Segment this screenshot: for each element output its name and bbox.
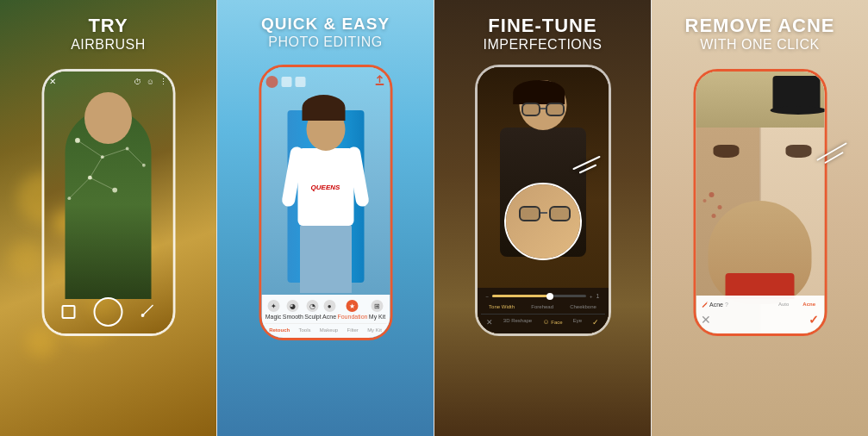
phone-inner-3: − + 1 Tone Width Forehead Cheekbone bbox=[478, 67, 609, 333]
tab-sculpt[interactable]: ◔ Sculpt bbox=[304, 300, 321, 320]
share-icon[interactable] bbox=[295, 77, 305, 87]
btn-tone-width[interactable]: Tone Width bbox=[489, 304, 515, 309]
face-icon[interactable]: ☺ bbox=[147, 78, 154, 86]
phone-inner-1: ✕ ⏱ ☺ ⋮ bbox=[44, 72, 172, 333]
option-acne[interactable]: Acne bbox=[799, 300, 819, 308]
svg-point-14 bbox=[141, 314, 145, 317]
x-button[interactable]: ✕ bbox=[486, 318, 493, 327]
panel-remove-acne: REMOVE ACNE WITH ONE CLICK bbox=[651, 0, 868, 436]
phone-inner-4: Acne ? Auto Acne ✕ ✓ bbox=[696, 72, 824, 333]
phone-inner-2: QUEENS bbox=[261, 67, 390, 338]
phone-2-top-bar bbox=[265, 72, 385, 92]
phone-bg-3: − + 1 Tone Width Forehead Cheekbone bbox=[478, 67, 609, 333]
panel-4-line1: REMOVE ACNE bbox=[665, 16, 854, 36]
close-icon[interactable]: ✕ bbox=[49, 77, 56, 86]
tab-list: ✦ Magic ◕ Smooth ◔ Sculpt ● bbox=[265, 300, 386, 320]
tab-my-kit[interactable]: ⊞ My Kit bbox=[369, 300, 385, 320]
slider-min: − bbox=[486, 294, 490, 299]
nav-eye[interactable]: Eye bbox=[573, 318, 582, 327]
tab-acne[interactable]: ● Acne bbox=[322, 300, 336, 320]
nav-makeup[interactable]: Makeup bbox=[320, 327, 338, 333]
btn-forehead[interactable]: Forehead bbox=[531, 304, 553, 309]
phone-frame-3: − + 1 Tone Width Forehead Cheekbone bbox=[475, 65, 611, 336]
kit-icon: ⊞ bbox=[372, 300, 384, 312]
nav-tools[interactable]: Tools bbox=[298, 327, 310, 333]
slider-max: + bbox=[590, 294, 593, 299]
acne-icon: ● bbox=[323, 300, 335, 312]
confirm-button[interactable]: ✓ bbox=[592, 318, 599, 327]
adjustment-buttons: Tone Width Forehead Cheekbone bbox=[481, 304, 605, 309]
cancel-button[interactable]: ✕ bbox=[701, 313, 711, 327]
phone-3-nav: ✕ 3D Reshape ☺ Face Eye ✓ bbox=[481, 314, 605, 327]
panel-2-line1: QUICK & EASY bbox=[231, 16, 420, 34]
phone-2-bottom-toolbar: ✦ Magic ◕ Smooth ◔ Sculpt ● bbox=[261, 295, 390, 338]
phone-4-bottom-toolbar: Acne ? Auto Acne ✕ ✓ bbox=[696, 296, 824, 333]
nav-filter[interactable]: Filter bbox=[347, 327, 358, 333]
upload-icon[interactable] bbox=[373, 74, 385, 90]
zoom-circle bbox=[504, 183, 582, 260]
svg-line-9 bbox=[102, 149, 127, 158]
svg-line-10 bbox=[127, 149, 143, 165]
phone-bg-1: ✕ ⏱ ☺ ⋮ bbox=[44, 72, 172, 333]
panel-fine-tune: FINE-TUNE IMPERFECTIONS bbox=[434, 0, 651, 436]
panel-1-heading: TRY AIRBRUSH bbox=[0, 0, 216, 63]
svg-line-8 bbox=[90, 157, 102, 178]
slider-row: − + 1 bbox=[481, 293, 605, 299]
question-icon: ? bbox=[725, 302, 728, 308]
panel-2-line2: PHOTO EDITING bbox=[231, 34, 420, 52]
foundation-icon: ★ bbox=[347, 300, 359, 312]
p4-confirm-row: ✕ ✓ bbox=[701, 313, 819, 327]
tab-foundation[interactable]: ★ Foundation bbox=[337, 300, 367, 320]
slider-value: 1 bbox=[596, 293, 600, 299]
nav-my-kit[interactable]: My Kit bbox=[367, 327, 382, 333]
nav-face[interactable]: ☺ Face bbox=[542, 318, 562, 327]
panel-1-line2: AIRBRUSH bbox=[14, 36, 203, 54]
confirm-button[interactable]: ✓ bbox=[809, 313, 819, 327]
panel-3-line1: FINE-TUNE bbox=[448, 16, 637, 36]
gallery-button[interactable] bbox=[62, 305, 76, 319]
panel-photo-editing: QUICK & EASY PHOTO EDITING QUEENS bbox=[216, 0, 434, 436]
tab-smooth[interactable]: ◕ Smooth bbox=[283, 300, 303, 320]
p4-options-row: Acne ? Auto Acne bbox=[701, 300, 819, 308]
tab-magic[interactable]: ✦ Magic bbox=[265, 300, 282, 320]
face-width-slider[interactable] bbox=[492, 295, 586, 297]
option-auto[interactable]: Auto bbox=[775, 300, 792, 308]
timer-icon[interactable]: ⏱ bbox=[134, 78, 141, 86]
smooth-icon: ◕ bbox=[287, 300, 299, 312]
magic-icon: ✦ bbox=[267, 300, 279, 312]
btn-cheekbone[interactable]: Cheekbone bbox=[570, 304, 596, 309]
svg-line-12 bbox=[69, 178, 90, 198]
capture-button[interactable] bbox=[94, 297, 123, 327]
phone-2-top-icons bbox=[265, 76, 305, 88]
acne-label: Acne ? bbox=[701, 301, 728, 308]
panel-4-line2: WITH ONE CLICK bbox=[665, 36, 854, 54]
panel-1-line1: TRY bbox=[14, 16, 203, 36]
svg-line-7 bbox=[77, 140, 102, 157]
more-icon[interactable]: ⋮ bbox=[159, 78, 167, 86]
phone-3-bottom-toolbar: − + 1 Tone Width Forehead Cheekbone bbox=[478, 288, 609, 333]
panel-3-line2: IMPERFECTIONS bbox=[448, 36, 637, 54]
effects-icon[interactable] bbox=[141, 303, 155, 321]
panel-4-heading: REMOVE ACNE WITH ONE CLICK bbox=[652, 0, 868, 63]
svg-line-11 bbox=[90, 178, 115, 190]
phone-frame-2: QUEENS bbox=[259, 65, 392, 340]
nav-retouch[interactable]: Retouch bbox=[269, 327, 290, 333]
phone-frame-4: Acne ? Auto Acne ✕ ✓ bbox=[693, 69, 827, 336]
instagram-icon[interactable] bbox=[281, 77, 291, 87]
svg-rect-15 bbox=[375, 84, 384, 85]
panel-3-heading: FINE-TUNE IMPERFECTIONS bbox=[434, 0, 651, 63]
panel-2-heading: QUICK & EASY PHOTO EDITING bbox=[217, 0, 434, 60]
edit-icon bbox=[701, 301, 708, 308]
svg-line-13 bbox=[143, 305, 153, 315]
nav-3d-reshape[interactable]: 3D Reshape bbox=[503, 318, 532, 327]
panel-airbrush: TRY AIRBRUSH bbox=[0, 0, 216, 436]
acne-options: Auto Acne bbox=[775, 300, 819, 308]
phone-bg-2: QUEENS bbox=[261, 67, 390, 338]
svg-point-5 bbox=[112, 188, 117, 193]
phone-frame-1: ✕ ⏱ ☺ ⋮ bbox=[41, 69, 175, 336]
sculpt-icon: ◔ bbox=[307, 300, 319, 312]
camera-switch-icon[interactable] bbox=[265, 76, 278, 88]
bottom-nav: Retouch Tools Makeup Filter My Kit bbox=[265, 323, 386, 333]
phone-bg-4: Acne ? Auto Acne ✕ ✓ bbox=[696, 72, 824, 333]
